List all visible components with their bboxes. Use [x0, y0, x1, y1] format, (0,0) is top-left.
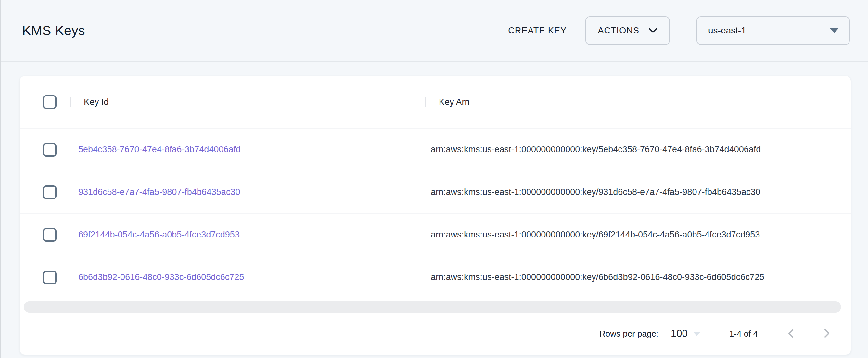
- column-header-key-id: Key Id: [69, 76, 425, 128]
- region-select-value: us-east-1: [708, 25, 746, 36]
- pagination-range: 1-4 of 4: [729, 329, 758, 339]
- rows-per-page-value: 100: [671, 328, 688, 339]
- chevron-down-icon: [648, 26, 657, 36]
- caret-down-icon: [830, 28, 839, 33]
- row-checkbox-cell: [20, 143, 69, 157]
- table-row: 69f2144b-054c-4a56-a0b5-4fce3d7cd953 arn…: [20, 213, 851, 256]
- key-id-link[interactable]: 69f2144b-054c-4a56-a0b5-4fce3d7cd953: [78, 230, 240, 239]
- previous-page-button[interactable]: [783, 326, 799, 341]
- key-arn-cell: arn:aws:kms:us-east-1:000000000000:key/5…: [425, 145, 851, 155]
- row-checkbox[interactable]: [43, 228, 57, 242]
- chevron-right-icon: [821, 327, 833, 340]
- key-arn-cell: arn:aws:kms:us-east-1:000000000000:key/6…: [425, 230, 851, 240]
- header-checkbox-cell: [20, 95, 69, 109]
- key-id-cell: 931d6c58-e7a7-4fa5-9807-fb4b6435ac30: [69, 187, 425, 197]
- table-row: 6b6d3b92-0616-48c0-933c-6d605dc6c725 arn…: [20, 256, 851, 298]
- toolbar-divider: [683, 17, 683, 44]
- region-select[interactable]: us-east-1: [696, 16, 850, 45]
- caret-down-icon: [693, 332, 701, 336]
- create-key-button[interactable]: CREATE KEY: [500, 19, 575, 42]
- next-page-button[interactable]: [819, 326, 835, 341]
- row-checkbox[interactable]: [43, 271, 57, 284]
- key-id-cell: 5eb4c358-7670-47e4-8fa6-3b74d4006afd: [69, 145, 425, 155]
- key-arn-cell: arn:aws:kms:us-east-1:000000000000:key/6…: [425, 272, 851, 282]
- column-resize-handle[interactable]: [425, 97, 426, 107]
- key-id-link[interactable]: 5eb4c358-7670-47e4-8fa6-3b74d4006afd: [78, 145, 241, 154]
- column-header-label: Key Id: [84, 97, 109, 107]
- chevron-left-icon: [785, 327, 797, 340]
- row-checkbox-cell: [20, 228, 69, 242]
- horizontal-scrollbar[interactable]: [24, 301, 841, 312]
- key-arn-cell: arn:aws:kms:us-east-1:000000000000:key/9…: [425, 187, 851, 197]
- page-header: KMS Keys CREATE KEY ACTIONS us-east-1: [1, 0, 868, 62]
- table-header-row: Key Id Key Arn: [20, 76, 851, 128]
- row-checkbox-cell: [20, 271, 69, 284]
- key-arn-text: arn:aws:kms:us-east-1:000000000000:key/6…: [431, 230, 760, 239]
- row-checkbox-cell: [20, 185, 69, 199]
- key-arn-text: arn:aws:kms:us-east-1:000000000000:key/5…: [431, 145, 761, 154]
- row-checkbox[interactable]: [43, 143, 57, 157]
- page-title: KMS Keys: [22, 23, 85, 38]
- key-id-cell: 69f2144b-054c-4a56-a0b5-4fce3d7cd953: [69, 230, 425, 240]
- key-id-link[interactable]: 6b6d3b92-0616-48c0-933c-6d605dc6c725: [78, 272, 244, 282]
- actions-button-label: ACTIONS: [598, 26, 639, 36]
- pagination: Rows per page: 100 1-4 of 4: [20, 312, 851, 355]
- key-arn-text: arn:aws:kms:us-east-1:000000000000:key/6…: [431, 272, 764, 282]
- select-all-checkbox[interactable]: [43, 95, 57, 109]
- rows-per-page-select[interactable]: 100: [671, 328, 701, 339]
- row-checkbox[interactable]: [43, 185, 57, 199]
- key-arn-text: arn:aws:kms:us-east-1:000000000000:key/9…: [431, 187, 761, 197]
- actions-button[interactable]: ACTIONS: [585, 16, 670, 45]
- column-header-key-arn: Key Arn: [425, 76, 851, 128]
- key-id-link[interactable]: 931d6c58-e7a7-4fa5-9807-fb4b6435ac30: [78, 187, 240, 197]
- column-resize-handle[interactable]: [69, 97, 71, 107]
- key-id-cell: 6b6d3b92-0616-48c0-933c-6d605dc6c725: [69, 272, 425, 282]
- table-row: 5eb4c358-7670-47e4-8fa6-3b74d4006afd arn…: [20, 128, 851, 171]
- table-body: 5eb4c358-7670-47e4-8fa6-3b74d4006afd arn…: [20, 128, 851, 298]
- rows-per-page-label: Rows per page:: [599, 329, 658, 339]
- column-header-label: Key Arn: [439, 97, 470, 107]
- table-row: 931d6c58-e7a7-4fa5-9807-fb4b6435ac30 arn…: [20, 171, 851, 213]
- header-actions: CREATE KEY ACTIONS us-east-1: [500, 16, 850, 45]
- kms-keys-table-card: Key Id Key Arn 5eb4c358-7670-47e4-8fa6-3…: [20, 76, 851, 355]
